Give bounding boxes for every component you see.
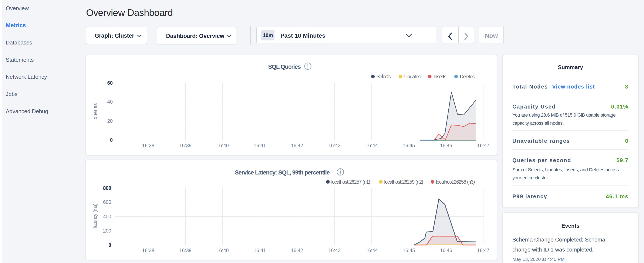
svg-text:localhost:26258 (n3): localhost:26258 (n3) (436, 179, 475, 185)
svg-text:Service Latency: SQL, 99th per: Service Latency: SQL, 99th percentile (235, 169, 330, 176)
svg-text:16:39: 16:39 (179, 143, 192, 148)
svg-text:16:47: 16:47 (477, 143, 490, 148)
svg-text:0: 0 (110, 137, 113, 143)
svg-text:16:44: 16:44 (366, 143, 378, 148)
svg-text:0: 0 (108, 242, 111, 248)
svg-text:Inserts: Inserts (434, 74, 446, 79)
svg-text:800: 800 (103, 185, 111, 191)
svg-text:queries: queries (92, 103, 98, 119)
svg-text:16:43: 16:43 (328, 248, 340, 253)
svg-text:16:45: 16:45 (403, 143, 415, 148)
svg-text:16:44: 16:44 (366, 248, 378, 253)
svg-text:40: 40 (107, 99, 113, 105)
svg-text:16:38: 16:38 (142, 248, 154, 253)
svg-text:16:40: 16:40 (216, 143, 229, 148)
svg-text:SQL Queries: SQL Queries (268, 63, 301, 70)
svg-text:60: 60 (107, 80, 113, 86)
svg-text:16:42: 16:42 (291, 143, 303, 148)
svg-text:16:40: 16:40 (216, 248, 229, 253)
svg-text:16:45: 16:45 (403, 248, 415, 253)
svg-text:Deletes: Deletes (460, 74, 474, 79)
svg-text:16:46: 16:46 (440, 143, 452, 148)
svg-text:Updates: Updates (404, 74, 420, 79)
svg-text:600: 600 (103, 199, 111, 205)
svg-text:16:46: 16:46 (440, 248, 452, 253)
svg-text:16:42: 16:42 (291, 248, 303, 253)
svg-text:latency (ms): latency (ms) (92, 204, 98, 228)
svg-text:localhost:26259 (n2): localhost:26259 (n2) (384, 179, 423, 185)
svg-text:16:39: 16:39 (179, 248, 192, 253)
svg-text:16:47: 16:47 (477, 248, 490, 253)
svg-text:16:38: 16:38 (142, 143, 154, 148)
svg-text:16:41: 16:41 (254, 143, 266, 148)
svg-text:200: 200 (103, 228, 111, 234)
svg-text:16:43: 16:43 (328, 143, 340, 148)
svg-text:Selects: Selects (376, 74, 391, 79)
svg-text:16:41: 16:41 (254, 248, 266, 253)
svg-text:400: 400 (103, 214, 111, 219)
svg-text:localhost:26257 (n1): localhost:26257 (n1) (331, 179, 370, 185)
svg-text:20: 20 (107, 118, 113, 124)
